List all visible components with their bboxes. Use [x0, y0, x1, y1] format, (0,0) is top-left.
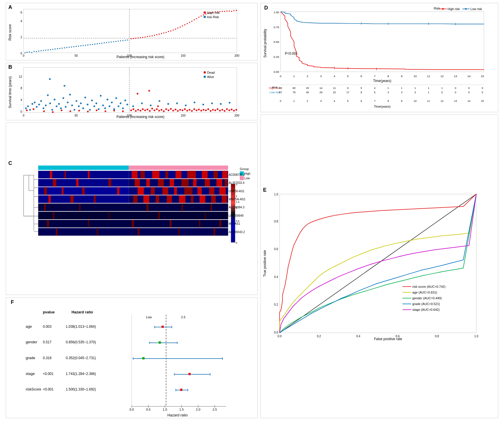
svg-rect-293	[162, 187, 168, 195]
svg-point-65	[149, 36, 150, 37]
svg-point-75	[173, 29, 174, 31]
panel-c-label: C	[8, 160, 12, 166]
svg-point-46	[104, 42, 105, 43]
svg-text:1: 1	[387, 87, 389, 89]
svg-text:0.8: 0.8	[435, 335, 439, 338]
svg-point-51	[115, 41, 117, 42]
svg-point-233	[176, 102, 178, 104]
svg-point-210	[203, 109, 204, 111]
svg-point-203	[186, 110, 188, 111]
svg-rect-313	[38, 203, 228, 211]
svg-rect-330	[219, 220, 221, 227]
panel-f: F pvalue Hazard ratio age 0.003 1.038(1.…	[6, 297, 258, 418]
svg-text:0: 0	[455, 91, 456, 94]
svg-point-150	[96, 102, 97, 104]
panel-d: D Risk High risk Low risk Survival proba…	[260, 3, 498, 112]
panel-b-label: B	[8, 64, 12, 70]
svg-point-171	[61, 109, 62, 111]
svg-point-79	[182, 25, 183, 26]
svg-text:0: 0	[482, 87, 483, 89]
svg-point-43	[97, 43, 98, 44]
svg-text:10: 10	[414, 75, 417, 78]
svg-rect-335	[178, 228, 180, 235]
pval-gender: 0.517	[43, 340, 52, 344]
svg-point-197	[172, 110, 174, 111]
svg-point-23	[50, 49, 51, 50]
pval-grade: 0.318	[43, 356, 52, 360]
svg-point-121	[31, 103, 33, 105]
svg-text:22: 22	[333, 91, 336, 94]
svg-text:100: 100	[127, 114, 132, 117]
svg-point-159	[115, 97, 117, 99]
svg-rect-334	[138, 228, 140, 235]
svg-point-218	[221, 109, 223, 111]
svg-text:4: 4	[334, 75, 335, 78]
svg-rect-264	[152, 171, 159, 178]
svg-point-239	[229, 102, 231, 104]
svg-text:6: 6	[361, 75, 362, 78]
svg-text:4: 4	[374, 87, 376, 89]
svg-point-138	[69, 94, 71, 96]
svg-text:6: 6	[361, 100, 362, 102]
svg-text:0: 0	[468, 87, 470, 89]
svg-text:12: 12	[441, 100, 444, 102]
svg-rect-325	[47, 220, 49, 227]
var-stage: stage	[26, 372, 35, 376]
svg-point-89	[205, 14, 206, 15]
svg-point-214	[212, 109, 214, 111]
svg-text:0.4: 0.4	[356, 335, 360, 338]
svg-rect-326	[88, 220, 89, 227]
svg-rect-292	[151, 187, 155, 195]
svg-point-194	[165, 108, 167, 110]
svg-point-57	[130, 38, 132, 39]
svg-text:1.0: 1.0	[274, 193, 278, 196]
svg-rect-297	[209, 187, 214, 195]
svg-rect-280	[181, 179, 189, 186]
svg-point-80	[184, 24, 185, 25]
svg-text:5: 5	[347, 75, 349, 78]
svg-point-127	[45, 104, 47, 106]
svg-rect-265	[165, 171, 168, 178]
svg-text:50: 50	[75, 54, 78, 57]
svg-point-35	[78, 45, 79, 47]
svg-rect-301	[70, 195, 73, 203]
svg-point-66	[152, 35, 153, 37]
svg-text:0.8: 0.8	[274, 220, 278, 223]
svg-point-213	[210, 110, 212, 112]
svg-point-168	[33, 108, 34, 110]
svg-text:2: 2	[236, 195, 237, 198]
svg-rect-302	[94, 195, 96, 203]
svg-point-221	[229, 109, 230, 111]
svg-point-122	[34, 102, 35, 103]
svg-point-53	[120, 40, 121, 41]
label-low: Low	[146, 315, 152, 319]
svg-point-40	[90, 44, 91, 45]
svg-rect-353	[161, 326, 164, 328]
svg-point-229	[141, 102, 143, 104]
svg-point-152	[100, 95, 102, 97]
svg-point-76	[175, 28, 176, 30]
svg-text:2.0: 2.0	[196, 408, 200, 411]
legend-grade: grade (AUC=0.521)	[412, 302, 440, 306]
svg-rect-314	[44, 203, 46, 211]
gene-label-6: LINC00649	[229, 214, 244, 217]
svg-text:9: 9	[401, 75, 403, 78]
svg-text:7: 7	[374, 75, 376, 78]
svg-point-205	[191, 110, 193, 112]
svg-text:5: 5	[361, 87, 362, 89]
label-high: 2.5	[181, 315, 185, 319]
svg-text:0.5: 0.5	[146, 408, 151, 411]
svg-text:4: 4	[20, 98, 22, 102]
svg-rect-311	[211, 195, 216, 203]
svg-text:0.2: 0.2	[317, 335, 321, 338]
hr-age: 1.038(1.013~1.064)	[66, 325, 96, 329]
svg-point-195	[168, 109, 169, 111]
panel-a-label: A	[8, 4, 12, 10]
risk-row-label: Risk	[272, 86, 277, 89]
svg-point-39	[87, 44, 88, 45]
svg-point-174	[87, 111, 89, 112]
svg-rect-317	[181, 203, 183, 211]
svg-text:8: 8	[387, 100, 389, 102]
hr-n-0: 98	[279, 87, 282, 89]
svg-text:0: 0	[441, 91, 443, 94]
